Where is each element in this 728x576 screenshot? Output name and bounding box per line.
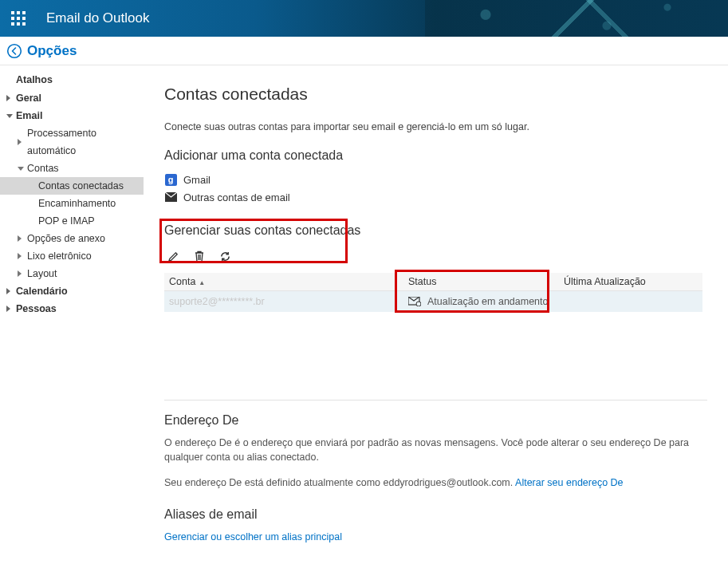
subheader: Opções — [0, 37, 728, 65]
change-from-link[interactable]: Alterar seu endereço De — [515, 477, 624, 488]
table-row[interactable]: suporte2@*********.br Atualização em and… — [164, 291, 702, 313]
svg-rect-3 — [11, 17, 14, 20]
add-gmail-button[interactable]: g Gmail — [164, 171, 707, 188]
from-address-description: O endereço De é o endereço que enviará p… — [164, 436, 691, 464]
page-description: Conecte suas outras contas para importar… — [164, 121, 707, 132]
svg-rect-6 — [11, 22, 14, 26]
section-divider — [164, 400, 707, 400]
svg-rect-5 — [22, 17, 26, 20]
svg-rect-4 — [17, 17, 20, 20]
svg-rect-1 — [17, 11, 20, 14]
sidebar-item-email[interactable]: Email — [0, 107, 144, 124]
add-other-label: Outras contas de email — [183, 191, 290, 203]
trash-icon — [194, 251, 205, 262]
svg-rect-7 — [17, 22, 20, 26]
app-launcher-button[interactable] — [0, 0, 37, 37]
account-email: suporte2@*********.br — [169, 296, 265, 307]
mail-sync-icon — [408, 297, 421, 306]
add-gmail-label: Gmail — [183, 174, 211, 186]
sidebar: Atalhos Geral Email Processamento automá… — [0, 65, 144, 576]
app-header: Email do Outlook — [0, 0, 728, 37]
svg-rect-2 — [22, 11, 26, 14]
add-other-email-button[interactable]: Outras contas de email — [164, 188, 707, 206]
from-current-prefix: Seu endereço De está definido atualmente… — [164, 477, 383, 488]
pencil-icon — [167, 251, 179, 262]
from-address-heading: Endereço De — [164, 413, 707, 428]
col-account[interactable]: Conta — [164, 273, 403, 291]
sidebar-item-pop-imap[interactable]: POP e IMAP — [0, 212, 144, 230]
updated-text — [559, 291, 702, 313]
sidebar-item-accounts[interactable]: Contas — [0, 160, 144, 177]
from-address-current: Seu endereço De está definido atualmente… — [164, 475, 691, 490]
delete-button[interactable] — [194, 251, 205, 265]
sidebar-item-shortcuts[interactable]: Atalhos — [0, 70, 144, 89]
refresh-icon — [219, 251, 231, 262]
from-email: eddyrodrigues@outlook.com — [383, 477, 510, 488]
refresh-button[interactable] — [219, 251, 231, 265]
sidebar-item-people[interactable]: Pessoas — [0, 300, 144, 318]
app-title: Email do Outlook — [46, 10, 149, 26]
waffle-icon — [11, 11, 26, 26]
accounts-toolbar — [164, 246, 707, 271]
status-text: Atualização em andamento — [427, 296, 548, 307]
sidebar-item-junk[interactable]: Lixo eletrônico — [0, 247, 144, 265]
back-options-button[interactable]: Opções — [6, 43, 77, 59]
back-arrow-icon — [6, 43, 22, 59]
svg-point-9 — [8, 44, 22, 57]
manage-heading: Gerenciar suas contas conectadas — [164, 223, 707, 238]
aliases-heading: Aliases de email — [164, 507, 707, 522]
sidebar-item-calendar[interactable]: Calendário — [0, 282, 144, 300]
sidebar-item-auto-processing[interactable]: Processamento automático — [0, 124, 144, 160]
sidebar-item-connected-accounts[interactable]: Contas conectadas — [0, 177, 144, 195]
sidebar-item-attach-options[interactable]: Opções de anexo — [0, 230, 144, 247]
sidebar-item-general[interactable]: Geral — [0, 89, 144, 107]
manage-aliases-link[interactable]: Gerenciar ou escolher um alias principal — [164, 531, 342, 542]
sidebar-item-forwarding[interactable]: Encaminhamento — [0, 195, 144, 212]
options-label: Opções — [27, 43, 77, 59]
svg-point-11 — [416, 302, 421, 306]
main-content: Contas conectadas Conecte suas outras co… — [144, 65, 728, 576]
svg-rect-0 — [11, 11, 14, 14]
col-status[interactable]: Status — [403, 273, 559, 291]
envelope-icon — [164, 191, 177, 203]
edit-button[interactable] — [167, 251, 179, 265]
page-title: Contas conectadas — [164, 85, 707, 104]
add-account-heading: Adicionar uma conta conectada — [164, 148, 707, 163]
col-updated[interactable]: Última Atualização — [559, 273, 702, 291]
gmail-icon: g — [165, 174, 177, 186]
svg-rect-8 — [22, 22, 26, 26]
accounts-table: Conta Status Última Atualização suporte2… — [164, 273, 702, 312]
sidebar-item-layout[interactable]: Layout — [0, 265, 144, 282]
